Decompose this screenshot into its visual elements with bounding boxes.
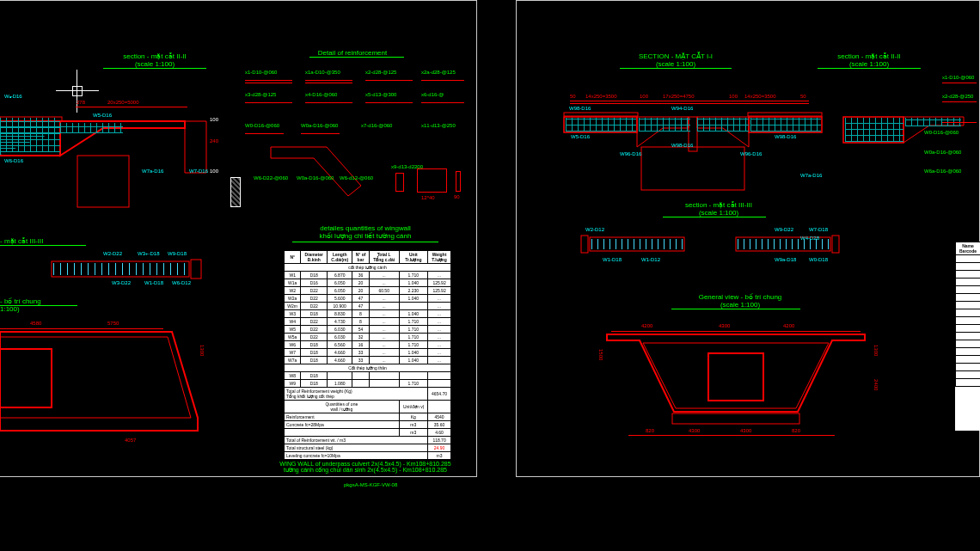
general-view-drawing-r (607, 334, 865, 442)
rebar-label: x6-d16-@ (421, 92, 444, 97)
quantity-table: N°DiameterĐ.kínhLengthC.dài(m)N° ofbarTo… (284, 250, 451, 460)
drawing-sheet-left: section - mặt cắt II-II (scale 1:100) De… (0, 0, 477, 477)
rebar-label: x7-d16-@060 (361, 123, 392, 128)
svg-rect-16 (832, 236, 839, 253)
svg-rect-17 (708, 353, 763, 401)
section-2-title: section - mặt cắt II-II (scale 1:100) (95, 52, 215, 68)
section-3-title: - mặt cắt III-III (0, 237, 95, 245)
svg-rect-14 (581, 236, 588, 253)
rebar-label: x11-d13-@250 (421, 123, 456, 128)
svg-rect-18 (672, 413, 799, 424)
rebar-label: W0-D16-@060 (245, 123, 279, 128)
qty-title: detailes quantities of wingwallkhối lượn… (284, 224, 447, 240)
cursor-box (72, 86, 83, 96)
detail-reinforcement-title: Detail of reinforcement (292, 49, 413, 57)
rebar-label: x1a-D10-@350 (305, 70, 340, 75)
svg-rect-10 (748, 113, 822, 116)
sheet-bottom-title: WING WALL of underpass culvert 2x(4.5x4.… (258, 461, 473, 474)
general-view-left (0, 332, 206, 461)
section-3-title-r: section - mặt cắt III-III (scale 1:100) (654, 201, 783, 217)
cad-drawing-canvas[interactable]: { "sheet_left":{ "section_title":"sectio… (0, 0, 980, 551)
rebar-label: x2a-d28-@125 (421, 70, 456, 75)
general-view-title-r: General view - bố trí chung (scale 1:100… (667, 293, 813, 309)
rebar-label: W0a-D16-@060 (301, 123, 338, 128)
svg-rect-2 (77, 156, 129, 207)
drawing-code: pkgsA-MS-KGF-VW-08 (344, 482, 397, 487)
svg-rect-7 (564, 113, 638, 116)
drawing-sheet-right: SECTION - MẶT CẮT I-I (scale 1:100) sect… (516, 0, 980, 477)
rebar-label: x2-d28-@125 (365, 70, 396, 75)
svg-rect-5 (0, 349, 52, 407)
rebar-label: W0a-D16-@060 (297, 175, 334, 181)
rebar-label: x5-d13-@300 (365, 92, 396, 97)
svg-rect-11 (641, 147, 744, 190)
section-1-title: SECTION - MẶT CẮT I-I (scale 1:100) (611, 52, 740, 68)
partial-table-right: NameBarcode (955, 242, 980, 431)
svg-rect-4 (191, 260, 201, 279)
section-2-title-r: section - mặt cắt II-II (scale 1:100) (809, 52, 929, 68)
rebar-label: x3-d28-@125 (245, 92, 276, 97)
rebar-label: x1-D10-@060 (245, 70, 277, 75)
rebar-label: x4-D16-@060 (305, 92, 337, 97)
